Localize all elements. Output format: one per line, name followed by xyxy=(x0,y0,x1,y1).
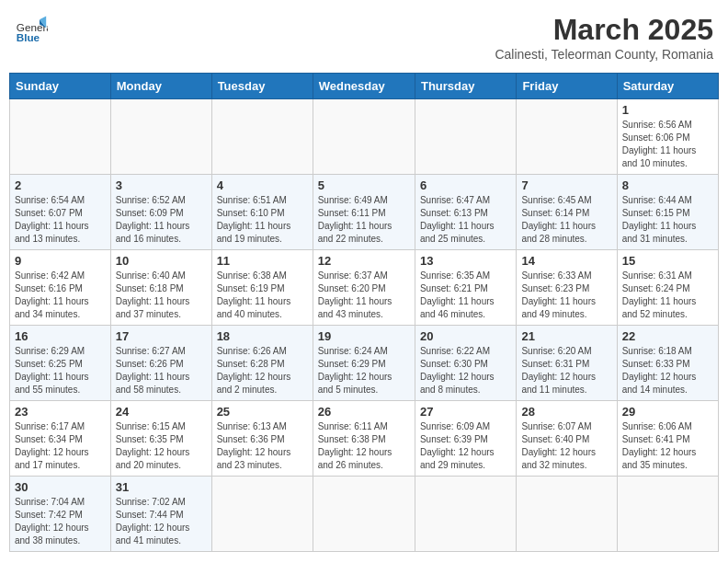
calendar-cell: 28Sunrise: 6:07 AM Sunset: 6:40 PM Dayli… xyxy=(517,401,617,477)
calendar-cell xyxy=(10,99,111,175)
calendar-week-6: 30Sunrise: 7:04 AM Sunset: 7:42 PM Dayli… xyxy=(10,477,719,552)
calendar-cell: 16Sunrise: 6:29 AM Sunset: 6:25 PM Dayli… xyxy=(10,326,111,401)
day-info: Sunrise: 7:02 AM Sunset: 7:44 PM Dayligh… xyxy=(116,496,207,547)
day-number: 11 xyxy=(217,254,308,268)
svg-text:Blue: Blue xyxy=(17,31,40,43)
day-number: 14 xyxy=(521,254,611,268)
day-number: 6 xyxy=(420,178,511,192)
calendar-header-row: SundayMondayTuesdayWednesdayThursdayFrid… xyxy=(10,74,719,99)
day-number: 24 xyxy=(116,405,207,419)
day-info: Sunrise: 6:27 AM Sunset: 6:26 PM Dayligh… xyxy=(116,345,207,396)
day-number: 18 xyxy=(217,329,308,343)
day-info: Sunrise: 6:13 AM Sunset: 6:36 PM Dayligh… xyxy=(217,420,308,472)
calendar-cell xyxy=(415,99,516,175)
calendar-cell: 3Sunrise: 6:52 AM Sunset: 6:09 PM Daylig… xyxy=(110,175,211,250)
day-info: Sunrise: 6:18 AM Sunset: 6:33 PM Dayligh… xyxy=(622,345,713,396)
location-title: Calinesti, Teleorman County, Romania xyxy=(495,47,713,62)
day-number: 9 xyxy=(15,254,106,268)
calendar-cell: 29Sunrise: 6:06 AM Sunset: 6:41 PM Dayli… xyxy=(617,401,718,477)
day-info: Sunrise: 6:24 AM Sunset: 6:29 PM Dayligh… xyxy=(318,345,410,396)
column-header-sunday: Sunday xyxy=(10,74,111,99)
day-number: 22 xyxy=(622,329,713,343)
calendar-cell: 5Sunrise: 6:49 AM Sunset: 6:11 PM Daylig… xyxy=(313,175,415,250)
calendar-cell: 31Sunrise: 7:02 AM Sunset: 7:44 PM Dayli… xyxy=(110,477,211,552)
calendar-cell xyxy=(313,99,415,175)
calendar-cell: 25Sunrise: 6:13 AM Sunset: 6:36 PM Dayli… xyxy=(211,401,313,477)
day-info: Sunrise: 6:26 AM Sunset: 6:28 PM Dayligh… xyxy=(217,345,308,396)
calendar-cell xyxy=(110,99,211,175)
calendar-cell xyxy=(517,477,617,552)
day-number: 10 xyxy=(116,254,207,268)
calendar-cell: 15Sunrise: 6:31 AM Sunset: 6:24 PM Dayli… xyxy=(617,250,718,326)
calendar-week-3: 9Sunrise: 6:42 AM Sunset: 6:16 PM Daylig… xyxy=(10,250,719,326)
day-number: 21 xyxy=(521,329,611,343)
day-number: 23 xyxy=(15,405,106,419)
day-info: Sunrise: 6:51 AM Sunset: 6:10 PM Dayligh… xyxy=(217,194,308,246)
logo: General Blue xyxy=(15,13,48,46)
calendar-cell: 2Sunrise: 6:54 AM Sunset: 6:07 PM Daylig… xyxy=(10,175,111,250)
column-header-tuesday: Tuesday xyxy=(211,74,313,99)
day-number: 28 xyxy=(521,405,611,419)
calendar-cell: 30Sunrise: 7:04 AM Sunset: 7:42 PM Dayli… xyxy=(10,477,111,552)
day-number: 13 xyxy=(420,254,511,268)
calendar-cell: 8Sunrise: 6:44 AM Sunset: 6:15 PM Daylig… xyxy=(617,175,718,250)
day-info: Sunrise: 6:15 AM Sunset: 6:35 PM Dayligh… xyxy=(116,420,207,472)
day-info: Sunrise: 6:44 AM Sunset: 6:15 PM Dayligh… xyxy=(622,194,713,246)
day-info: Sunrise: 7:04 AM Sunset: 7:42 PM Dayligh… xyxy=(15,496,106,547)
day-info: Sunrise: 6:29 AM Sunset: 6:25 PM Dayligh… xyxy=(15,345,106,396)
day-number: 29 xyxy=(622,405,713,419)
day-number: 8 xyxy=(622,178,713,192)
calendar-cell: 23Sunrise: 6:17 AM Sunset: 6:34 PM Dayli… xyxy=(10,401,111,477)
column-header-monday: Monday xyxy=(110,74,211,99)
calendar-week-1: 1Sunrise: 6:56 AM Sunset: 6:06 PM Daylig… xyxy=(10,99,719,175)
calendar-week-5: 23Sunrise: 6:17 AM Sunset: 6:34 PM Dayli… xyxy=(10,401,719,477)
day-number: 4 xyxy=(217,178,308,192)
calendar-cell: 22Sunrise: 6:18 AM Sunset: 6:33 PM Dayli… xyxy=(617,326,718,401)
day-number: 30 xyxy=(15,480,106,494)
day-number: 15 xyxy=(622,254,713,268)
calendar-cell: 12Sunrise: 6:37 AM Sunset: 6:20 PM Dayli… xyxy=(313,250,415,326)
calendar-week-2: 2Sunrise: 6:54 AM Sunset: 6:07 PM Daylig… xyxy=(10,175,719,250)
day-info: Sunrise: 6:11 AM Sunset: 6:38 PM Dayligh… xyxy=(318,420,410,472)
day-number: 27 xyxy=(420,405,511,419)
day-info: Sunrise: 6:06 AM Sunset: 6:41 PM Dayligh… xyxy=(622,420,713,472)
day-info: Sunrise: 6:17 AM Sunset: 6:34 PM Dayligh… xyxy=(15,420,106,472)
day-info: Sunrise: 6:38 AM Sunset: 6:19 PM Dayligh… xyxy=(217,270,308,321)
day-number: 25 xyxy=(217,405,308,419)
month-title: March 2025 xyxy=(495,13,713,47)
title-area: March 2025 Calinesti, Teleorman County, … xyxy=(495,13,713,62)
calendar-cell: 9Sunrise: 6:42 AM Sunset: 6:16 PM Daylig… xyxy=(10,250,111,326)
day-number: 16 xyxy=(15,329,106,343)
calendar-cell xyxy=(211,477,313,552)
calendar-cell: 14Sunrise: 6:33 AM Sunset: 6:23 PM Dayli… xyxy=(517,250,617,326)
day-info: Sunrise: 6:09 AM Sunset: 6:39 PM Dayligh… xyxy=(420,420,511,472)
calendar-cell: 7Sunrise: 6:45 AM Sunset: 6:14 PM Daylig… xyxy=(517,175,617,250)
day-number: 19 xyxy=(318,329,410,343)
calendar-cell xyxy=(313,477,415,552)
day-number: 31 xyxy=(116,480,207,494)
calendar-cell: 27Sunrise: 6:09 AM Sunset: 6:39 PM Dayli… xyxy=(415,401,516,477)
day-info: Sunrise: 6:07 AM Sunset: 6:40 PM Dayligh… xyxy=(521,420,611,472)
day-info: Sunrise: 6:40 AM Sunset: 6:18 PM Dayligh… xyxy=(116,270,207,321)
calendar-cell: 1Sunrise: 6:56 AM Sunset: 6:06 PM Daylig… xyxy=(617,99,718,175)
header: General Blue March 2025 Calinesti, Teleo… xyxy=(9,9,719,65)
day-number: 7 xyxy=(521,178,611,192)
calendar-cell: 18Sunrise: 6:26 AM Sunset: 6:28 PM Dayli… xyxy=(211,326,313,401)
day-info: Sunrise: 6:33 AM Sunset: 6:23 PM Dayligh… xyxy=(521,270,611,321)
calendar-cell xyxy=(617,477,718,552)
day-info: Sunrise: 6:37 AM Sunset: 6:20 PM Dayligh… xyxy=(318,270,410,321)
column-header-wednesday: Wednesday xyxy=(313,74,415,99)
column-header-friday: Friday xyxy=(517,74,617,99)
day-number: 2 xyxy=(15,178,106,192)
calendar-week-4: 16Sunrise: 6:29 AM Sunset: 6:25 PM Dayli… xyxy=(10,326,719,401)
day-number: 26 xyxy=(318,405,410,419)
calendar-cell: 11Sunrise: 6:38 AM Sunset: 6:19 PM Dayli… xyxy=(211,250,313,326)
day-info: Sunrise: 6:52 AM Sunset: 6:09 PM Dayligh… xyxy=(116,194,207,246)
day-info: Sunrise: 6:22 AM Sunset: 6:30 PM Dayligh… xyxy=(420,345,511,396)
day-info: Sunrise: 6:47 AM Sunset: 6:13 PM Dayligh… xyxy=(420,194,511,246)
day-info: Sunrise: 6:54 AM Sunset: 6:07 PM Dayligh… xyxy=(15,194,106,246)
calendar-cell: 20Sunrise: 6:22 AM Sunset: 6:30 PM Dayli… xyxy=(415,326,516,401)
day-info: Sunrise: 6:35 AM Sunset: 6:21 PM Dayligh… xyxy=(420,270,511,321)
day-info: Sunrise: 6:56 AM Sunset: 6:06 PM Dayligh… xyxy=(622,119,713,170)
day-number: 3 xyxy=(116,178,207,192)
